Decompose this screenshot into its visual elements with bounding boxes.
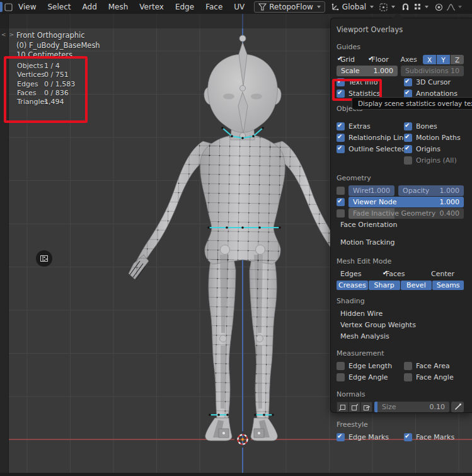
menu-face[interactable]: Face bbox=[200, 0, 228, 14]
diagonal-line-icon bbox=[454, 403, 461, 410]
wireframe-checkbox[interactable] bbox=[337, 187, 345, 195]
constant-screen-size-button[interactable] bbox=[451, 402, 464, 412]
axis-x-button[interactable]: X bbox=[423, 55, 436, 64]
viewer-node-slider[interactable]: Viewer Node1.000 bbox=[348, 197, 464, 207]
panel-title: Viewport Overlays bbox=[337, 25, 464, 34]
retopoflow-icon bbox=[258, 3, 267, 11]
face-area-checkbox[interactable] bbox=[404, 362, 412, 370]
3d-cursor bbox=[234, 431, 251, 448]
motion-paths-checkbox[interactable] bbox=[404, 134, 412, 142]
bones-checkbox[interactable] bbox=[404, 122, 412, 131]
section-shading: Shading bbox=[337, 297, 464, 305]
chevron-down-icon bbox=[458, 6, 462, 8]
face-angle-checkbox[interactable] bbox=[404, 373, 412, 381]
snap-grid-icon bbox=[414, 3, 422, 11]
section-geometry: Geometry bbox=[337, 174, 464, 182]
subdivisions-slider[interactable]: Subdivisions10 bbox=[401, 66, 464, 76]
base-mesh-model bbox=[129, 35, 355, 441]
active-object-name: (0) F_uBody_BaseMesh bbox=[16, 41, 100, 51]
extras-checkbox[interactable] bbox=[337, 122, 345, 131]
relationship-lines-checkbox[interactable] bbox=[337, 134, 345, 142]
tooltip: Display scene statistics overlay text. bbox=[352, 97, 472, 110]
normals-size-slider[interactable]: Size0.10 bbox=[377, 402, 449, 412]
section-measurement: Measurement bbox=[337, 349, 464, 357]
falloff-dropdown[interactable] bbox=[445, 2, 457, 13]
menu-select[interactable]: Select bbox=[42, 0, 76, 14]
proportional-icon bbox=[435, 3, 443, 11]
menu-vertex[interactable]: Vertex bbox=[134, 0, 170, 14]
edge-angle-checkbox[interactable] bbox=[337, 373, 345, 381]
snap-toggle[interactable] bbox=[400, 2, 412, 13]
menu-add[interactable]: Add bbox=[77, 0, 103, 14]
proportional-group bbox=[433, 2, 462, 13]
opacity-slider[interactable]: Opacity1.000 bbox=[398, 185, 464, 196]
retopoflow-dropdown[interactable]: RetopoFlow bbox=[254, 1, 325, 13]
transform-orientation-dropdown[interactable]: Global bbox=[329, 2, 376, 12]
edge-length-checkbox[interactable] bbox=[337, 362, 345, 370]
editor-type-icon[interactable] bbox=[0, 2, 13, 12]
menu-view[interactable]: View bbox=[13, 0, 42, 14]
popover-arrow bbox=[392, 13, 403, 18]
chevron-down-icon bbox=[317, 6, 321, 8]
axes-button-group: X Y Z bbox=[423, 55, 464, 64]
falloff-curve-icon bbox=[446, 3, 456, 11]
bevel-toggle[interactable]: Bevel bbox=[401, 281, 432, 290]
face-normal-icon bbox=[363, 403, 370, 410]
section-normals: Normals bbox=[337, 390, 464, 398]
chevron-down-icon bbox=[370, 6, 374, 8]
toolbar-expander[interactable]: < > bbox=[1, 32, 14, 38]
menu-mesh[interactable]: Mesh bbox=[103, 0, 134, 14]
3d-cursor-checkbox[interactable] bbox=[404, 78, 412, 86]
face-normals-button[interactable] bbox=[360, 402, 372, 412]
axis-z-button[interactable]: Z bbox=[451, 55, 464, 64]
statistics-highlight-box bbox=[4, 56, 88, 123]
view-name: Front Orthographic bbox=[16, 31, 100, 41]
origins-all-checkbox[interactable] bbox=[404, 156, 412, 165]
orientation-icon bbox=[331, 3, 340, 11]
sharp-toggle[interactable]: Sharp bbox=[369, 281, 400, 290]
menu-edge[interactable]: Edge bbox=[170, 0, 200, 14]
pivot-dropdown[interactable] bbox=[377, 2, 395, 13]
viewport-widget-icon[interactable] bbox=[36, 250, 52, 267]
proportional-edit-toggle[interactable] bbox=[433, 2, 445, 13]
snap-group bbox=[400, 2, 429, 13]
origins-checkbox[interactable] bbox=[404, 145, 412, 153]
fade-inactive-checkbox[interactable] bbox=[337, 209, 345, 218]
viewer-node-checkbox[interactable] bbox=[337, 198, 345, 206]
grid-scale-slider[interactable]: Scale1.000 bbox=[337, 66, 398, 76]
outline-selected-checkbox[interactable] bbox=[337, 145, 345, 153]
pivot-icon bbox=[379, 3, 388, 11]
creases-toggle[interactable]: Creases bbox=[337, 281, 368, 290]
section-guides: Guides bbox=[337, 43, 464, 51]
viewport-header: View Select Add Mesh Vertex Edge Face UV… bbox=[0, 0, 472, 14]
blender-window: < > X Front Orthographic (0) F_uBody_Bas… bbox=[0, 0, 472, 476]
magnet-icon bbox=[401, 3, 410, 11]
menu-uv[interactable]: UV bbox=[228, 0, 250, 14]
viewport-overlays-panel: Viewport Overlays Guides Grid Floor Axes… bbox=[330, 18, 472, 413]
face-marks-checkbox[interactable] bbox=[404, 433, 412, 441]
edit-mode-toggle-group: Creases Sharp Bevel Seams bbox=[337, 281, 464, 290]
vertex-normals-button[interactable] bbox=[337, 402, 348, 412]
section-mesh-edit-mode: Mesh Edit Mode bbox=[337, 257, 464, 265]
status-strip bbox=[0, 473, 472, 476]
split-normals-button[interactable] bbox=[348, 402, 360, 412]
split-normal-icon bbox=[351, 403, 358, 410]
edge-marks-checkbox[interactable] bbox=[337, 433, 345, 441]
fade-inactive-slider[interactable]: Fade Inactive Geometry0.400 bbox=[348, 208, 464, 219]
vertex-normal-icon bbox=[339, 403, 346, 410]
chevron-down-icon bbox=[391, 6, 395, 8]
chevron-down-icon bbox=[425, 6, 429, 8]
seams-toggle[interactable]: Seams bbox=[432, 281, 464, 290]
grid-glyph-icon bbox=[40, 255, 48, 262]
section-freestyle: Freestyle bbox=[337, 421, 464, 429]
wireframe-slider[interactable]: Wireframe1.000 bbox=[348, 185, 394, 196]
snap-mode-dropdown[interactable] bbox=[412, 2, 423, 13]
axis-y-button[interactable]: Y bbox=[437, 55, 450, 64]
